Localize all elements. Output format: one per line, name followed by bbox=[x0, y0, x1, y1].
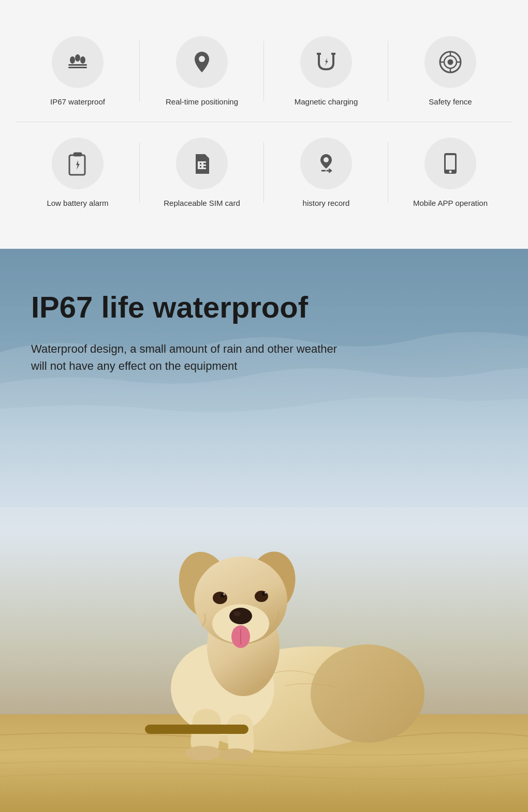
svg-rect-3 bbox=[68, 64, 87, 66]
charging-label: Magnetic charging bbox=[295, 97, 358, 106]
sim-label: Replaceable SIM card bbox=[164, 199, 240, 207]
svg-point-50 bbox=[219, 748, 252, 761]
svg-point-40 bbox=[233, 611, 241, 616]
fence-icon bbox=[437, 49, 464, 76]
svg-point-49 bbox=[185, 746, 222, 760]
positioning-icon-circle bbox=[176, 36, 228, 88]
svg-rect-4 bbox=[68, 67, 87, 68]
svg-point-1 bbox=[75, 54, 80, 62]
fence-icon-circle bbox=[424, 36, 476, 88]
battery-label: Low battery alarm bbox=[47, 199, 108, 207]
feature-history: history record bbox=[264, 122, 388, 223]
app-icon-circle bbox=[424, 138, 476, 189]
feature-app: Mobile APP operation bbox=[388, 122, 512, 223]
svg-point-41 bbox=[213, 592, 227, 604]
svg-point-30 bbox=[311, 644, 424, 743]
svg-point-39 bbox=[229, 608, 252, 624]
positioning-icon bbox=[188, 49, 215, 76]
svg-point-5 bbox=[199, 56, 205, 62]
dog-illustration bbox=[119, 461, 481, 771]
waterproof-icon-circle bbox=[52, 36, 104, 88]
svg-point-10 bbox=[448, 60, 452, 64]
history-icon-circle bbox=[300, 138, 352, 189]
battery-icon bbox=[64, 150, 91, 177]
svg-rect-21 bbox=[201, 161, 203, 169]
waterproof-title: IP67 life waterproof bbox=[31, 290, 497, 325]
history-label: history record bbox=[303, 199, 350, 207]
waterproof-section: IP67 life waterproof Waterproof design, … bbox=[0, 249, 528, 812]
charging-icon bbox=[313, 49, 340, 76]
charging-icon-circle bbox=[300, 36, 352, 88]
battery-icon-circle bbox=[52, 138, 104, 189]
svg-rect-20 bbox=[198, 161, 200, 169]
features-section: IP67 waterproof Real-time positioning bbox=[0, 0, 528, 249]
svg-point-0 bbox=[70, 56, 75, 64]
svg-point-25 bbox=[449, 171, 452, 173]
waterproof-icon bbox=[64, 49, 91, 76]
svg-point-45 bbox=[223, 593, 225, 595]
feature-charging: Magnetic charging bbox=[264, 21, 388, 122]
svg-rect-16 bbox=[74, 153, 81, 156]
waterproof-label: IP67 waterproof bbox=[50, 97, 105, 106]
feature-battery: Low battery alarm bbox=[16, 122, 140, 223]
waterproof-description: Waterproof design, a small amount of rai… bbox=[31, 340, 342, 374]
feature-positioning: Real-time positioning bbox=[140, 21, 264, 122]
svg-point-2 bbox=[80, 56, 85, 64]
app-icon bbox=[437, 150, 464, 177]
sim-icon-circle bbox=[176, 138, 228, 189]
app-label: Mobile APP operation bbox=[413, 199, 488, 207]
waterproof-text-block: IP67 life waterproof Waterproof design, … bbox=[31, 290, 497, 374]
features-row-2: Low battery alarm Replaceable SIM card bbox=[16, 122, 512, 223]
history-icon bbox=[313, 150, 340, 177]
features-row-1: IP67 waterproof Real-time positioning bbox=[16, 21, 512, 122]
svg-point-22 bbox=[324, 157, 329, 162]
feature-fence: Safety fence bbox=[388, 21, 512, 122]
fence-label: Safety fence bbox=[429, 97, 472, 106]
svg-rect-24 bbox=[446, 155, 455, 170]
feature-sim: Replaceable SIM card bbox=[140, 122, 264, 223]
positioning-label: Real-time positioning bbox=[166, 97, 238, 106]
feature-waterproof: IP67 waterproof bbox=[16, 21, 140, 122]
sim-icon bbox=[188, 150, 215, 177]
svg-rect-33 bbox=[145, 725, 248, 734]
svg-point-46 bbox=[265, 592, 267, 594]
